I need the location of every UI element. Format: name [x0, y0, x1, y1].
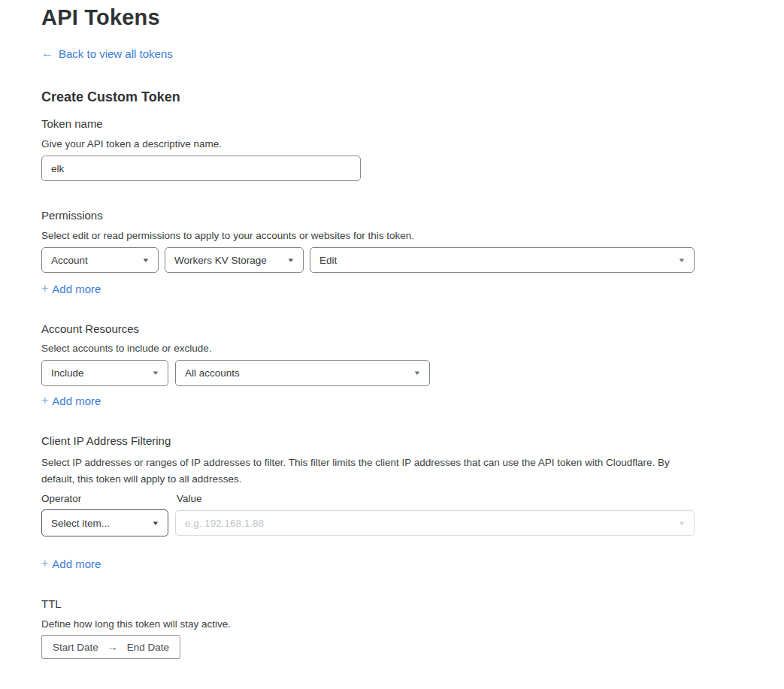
chevron-down-icon: ▼ — [678, 257, 686, 264]
token-name-input[interactable] — [41, 156, 361, 181]
ip-filtering-label: Client IP Address Filtering — [41, 434, 171, 447]
create-custom-token-heading: Create Custom Token — [41, 89, 180, 105]
add-more-label: Add more — [52, 558, 101, 570]
chevron-down-icon: ▼ — [413, 370, 422, 376]
account-resources-accounts-select[interactable]: All accounts ▼ — [175, 360, 430, 386]
permission-access-value: Edit — [319, 255, 337, 266]
ttl-description: Define how long this token will stay act… — [41, 618, 231, 630]
account-resources-mode-value: Include — [51, 367, 84, 379]
permission-scope-value: Account — [51, 255, 88, 266]
account-resources-label: Account Resources — [41, 322, 139, 335]
permissions-label: Permissions — [41, 209, 103, 222]
permissions-description: Select edit or read permissions to apply… — [41, 230, 414, 241]
add-more-label: Add more — [52, 283, 101, 295]
token-name-label: Token name — [41, 117, 103, 130]
chevron-down-icon: ▼ — [142, 257, 150, 264]
chevron-down-icon: ▼ — [152, 370, 160, 376]
account-resources-mode-select[interactable]: Include ▼ — [41, 360, 168, 386]
account-resources-accounts-value: All accounts — [185, 367, 240, 379]
permission-service-select[interactable]: Workers KV Storage ▼ — [165, 247, 304, 273]
value-label: Value — [177, 493, 202, 504]
operator-label: Operator — [41, 493, 81, 504]
account-resources-description: Select accounts to include or exclude. — [41, 343, 212, 354]
token-name-description: Give your API token a descriptive name. — [41, 138, 222, 150]
ip-operator-select[interactable]: Select item... ▼ — [41, 509, 168, 536]
ip-filtering-add-more-link[interactable]: + Add more — [41, 557, 101, 570]
plus-icon: + — [41, 557, 48, 570]
back-link-label: Back to view all tokens — [59, 47, 173, 60]
arrow-left-icon: ← — [41, 47, 53, 60]
permission-scope-select[interactable]: Account ▼ — [41, 247, 159, 273]
ttl-date-range-picker[interactable]: Start Date → End Date — [41, 635, 180, 659]
permissions-add-more-link[interactable]: + Add more — [41, 282, 101, 295]
start-date-label: Start Date — [53, 642, 98, 653]
plus-icon: + — [41, 282, 48, 295]
permission-service-value: Workers KV Storage — [174, 255, 267, 266]
end-date-label: End Date — [127, 642, 169, 653]
back-to-tokens-link[interactable]: ← Back to view all tokens — [41, 47, 173, 60]
arrow-right-icon: → — [107, 641, 118, 653]
ip-filtering-row: Select item... ▼ e.g. 192.168.1.88 ▼ — [41, 509, 695, 536]
chevron-down-icon: ▼ — [678, 520, 686, 527]
chevron-down-icon: ▼ — [152, 520, 160, 527]
account-resources-row: Include ▼ All accounts ▼ — [41, 360, 430, 386]
ip-filtering-description: Select IP addresses or ranges of IP addr… — [41, 455, 689, 488]
chevron-down-icon: ▼ — [287, 257, 295, 264]
plus-icon: + — [41, 394, 48, 407]
ttl-label: TTL — [41, 597, 62, 610]
ip-operator-value: Select item... — [51, 518, 110, 529]
permissions-row: Account ▼ Workers KV Storage ▼ Edit ▼ — [41, 247, 695, 273]
ip-value-combobox[interactable]: e.g. 192.168.1.88 ▼ — [175, 510, 695, 536]
permission-access-select[interactable]: Edit ▼ — [310, 247, 695, 273]
page-title: API Tokens — [41, 5, 160, 30]
account-resources-add-more-link[interactable]: + Add more — [41, 394, 101, 407]
add-more-label: Add more — [52, 394, 101, 407]
ip-value-placeholder: e.g. 192.168.1.88 — [185, 518, 264, 529]
